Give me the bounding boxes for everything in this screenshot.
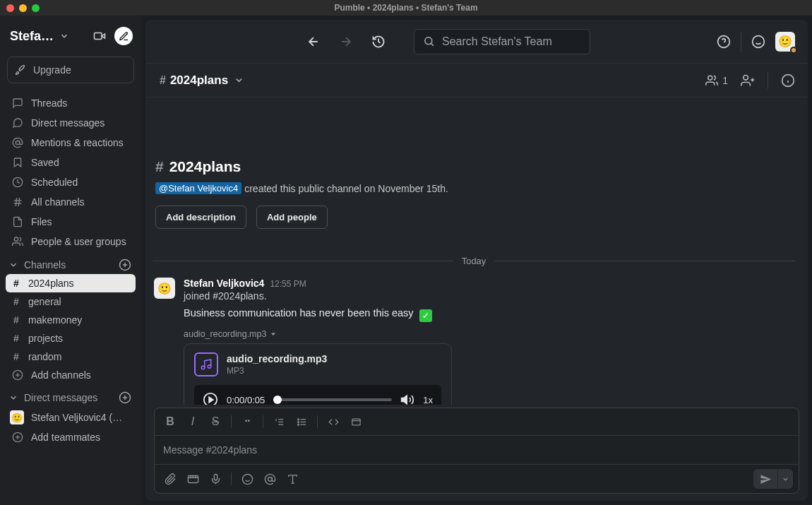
svg-point-49: [297, 418, 299, 420]
channel-header: # 2024plans 1: [145, 64, 808, 97]
window-title: Pumble • 2024plans • Stefan's Team: [0, 3, 812, 13]
channel-general[interactable]: #general: [6, 292, 136, 311]
back-button[interactable]: [302, 30, 325, 53]
workspace-switcher[interactable]: Stefa…: [6, 21, 136, 55]
video-clip-button[interactable]: [183, 470, 203, 488]
chevron-down-icon[interactable]: [234, 75, 244, 85]
user-mention[interactable]: @Stefan Veljkovic4: [155, 182, 241, 194]
add-teammates-item[interactable]: Add teammates: [6, 428, 136, 446]
caret-down-icon: [269, 330, 277, 338]
add-people-button[interactable]: [741, 73, 755, 88]
svg-point-31: [744, 75, 748, 80]
strike-button[interactable]: S: [205, 412, 225, 431]
nav-threads[interactable]: Threads: [6, 93, 136, 113]
svg-point-27: [753, 35, 765, 47]
svg-point-64: [268, 477, 272, 481]
info-icon: [781, 73, 795, 88]
audio-seek-slider[interactable]: [273, 398, 392, 401]
hash-icon: #: [11, 278, 21, 289]
compose-button[interactable]: [114, 27, 133, 45]
nav-people[interactable]: People & user groups: [6, 232, 136, 251]
bullet-list-button[interactable]: [292, 412, 311, 431]
forward-button[interactable]: [335, 30, 357, 53]
attachment-label[interactable]: audio_recording.mp3: [184, 329, 795, 339]
nav-saved[interactable]: Saved: [6, 153, 136, 172]
rocket-icon: [15, 64, 26, 76]
user-avatar[interactable]: 🙂: [775, 32, 795, 52]
message-author[interactable]: Stefan Veljkovic4: [184, 278, 264, 289]
member-count-button[interactable]: 1: [705, 74, 728, 87]
svg-point-51: [297, 424, 299, 425]
video-icon[interactable]: [90, 27, 109, 45]
send-options-button[interactable]: [777, 469, 793, 489]
message-timestamp: 12:55 PM: [270, 279, 306, 289]
add-people-icon: [741, 73, 755, 88]
composer-input[interactable]: Message #2024plans: [155, 436, 799, 464]
add-dm-icon[interactable]: [119, 391, 131, 404]
upgrade-button[interactable]: Upgrade: [7, 57, 134, 83]
attach-button[interactable]: [160, 470, 180, 488]
speed-button[interactable]: 1x: [423, 395, 433, 405]
svg-rect-52: [352, 419, 359, 425]
sidebar: Stefa… Upgrade ThreadsDirect messagesMen…: [0, 16, 141, 505]
nav-mentions[interactable]: Mentions & reactions: [6, 133, 136, 153]
add-description-button[interactable]: Add description: [155, 206, 246, 229]
reactions-button[interactable]: [751, 35, 765, 49]
emoji-button[interactable]: [237, 470, 257, 488]
message-list[interactable]: # 2024plans @Stefan Veljkovic4 created t…: [145, 97, 808, 405]
channels-section-header[interactable]: Channels: [6, 251, 136, 274]
code-button[interactable]: [323, 412, 343, 431]
day-divider: Today: [153, 256, 795, 266]
audio-filename: audio_recording.mp3: [227, 353, 327, 364]
volume-button[interactable]: [400, 393, 414, 405]
help-button[interactable]: [717, 35, 731, 49]
svg-point-50: [297, 421, 299, 422]
svg-point-38: [201, 366, 205, 369]
upgrade-label: Upgrade: [33, 64, 71, 76]
search-input[interactable]: Search Stefan's Team: [414, 29, 590, 54]
channel-details-button[interactable]: [781, 73, 795, 88]
history-button[interactable]: [367, 30, 390, 53]
formatting-toggle-button[interactable]: [282, 470, 302, 488]
nav-dm[interactable]: Direct messages: [6, 113, 136, 133]
dm-section-header[interactable]: Direct messages: [6, 384, 136, 407]
allchannels-icon: [11, 196, 24, 208]
channel-makemoney[interactable]: #makemoney: [6, 311, 136, 329]
ordered-list-button[interactable]: [269, 412, 289, 431]
svg-rect-59: [214, 474, 217, 480]
bold-button[interactable]: B: [160, 412, 180, 431]
audio-time: 0:00/0:05: [227, 395, 265, 405]
message-composer: B I S Message #2024plans: [154, 408, 799, 494]
search-placeholder: Search Stefan's Team: [442, 35, 552, 48]
channel-random[interactable]: #random: [6, 347, 136, 366]
add-people-button[interactable]: Add people: [256, 206, 328, 229]
audio-player: 0:00/0:05 1x: [194, 385, 441, 405]
smile-icon: [751, 35, 765, 49]
plus-circle-icon: [11, 369, 24, 381]
files-icon: [11, 216, 24, 227]
presence-indicator: [790, 47, 797, 54]
svg-line-24: [431, 44, 434, 46]
svg-marker-37: [271, 333, 275, 336]
channel-projects[interactable]: #projects: [6, 329, 136, 347]
hash-icon: #: [11, 296, 21, 307]
audio-clip-button[interactable]: [205, 470, 225, 488]
play-button[interactable]: [203, 392, 218, 405]
quote-button[interactable]: [237, 412, 257, 431]
codeblock-button[interactable]: [346, 412, 366, 431]
add-channels-item[interactable]: Add channels: [6, 366, 136, 384]
nav-files[interactable]: Files: [6, 212, 136, 232]
dm-item[interactable]: 🙂 Stefan Veljkovic4 (…: [6, 407, 136, 428]
nav-scheduled[interactable]: Scheduled: [6, 172, 136, 192]
chevron-down-icon: [8, 393, 18, 403]
add-channel-icon[interactable]: [119, 259, 131, 271]
mention-button[interactable]: [260, 470, 280, 488]
channel-2024plans[interactable]: #2024plans: [6, 274, 136, 292]
nav-allchannels[interactable]: All channels: [6, 192, 136, 212]
dm-icon: [11, 117, 24, 129]
system-event-text: joined #2024plans.: [184, 290, 795, 302]
italic-button[interactable]: I: [183, 412, 203, 431]
avatar[interactable]: 🙂: [154, 278, 175, 299]
send-button[interactable]: [753, 469, 777, 489]
channel-name[interactable]: 2024plans: [170, 73, 228, 88]
